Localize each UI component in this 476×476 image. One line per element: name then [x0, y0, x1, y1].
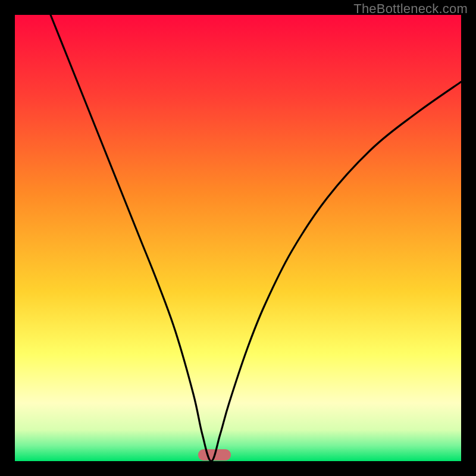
plot-background [15, 15, 461, 461]
chart-frame: { "watermark": "TheBottleneck.com", "cha… [0, 0, 476, 476]
bottleneck-chart [0, 0, 476, 476]
watermark: TheBottleneck.com [353, 1, 468, 17]
